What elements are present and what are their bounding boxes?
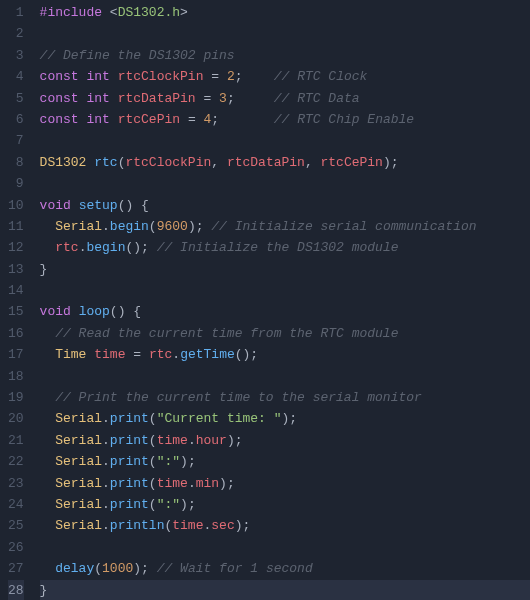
code-line[interactable] [40,537,530,558]
token-ident [219,69,227,84]
token-ident [40,219,56,234]
token-include-path: DS1302.h [118,5,180,20]
token-func: print [110,411,149,426]
token-var: time [172,518,203,533]
token-punct: , [305,155,321,170]
token-ident [71,198,79,213]
line-number: 23 [8,473,24,494]
token-punct: ( [149,497,157,512]
code-line[interactable]: void setup() { [40,195,530,216]
token-ident [40,411,56,426]
token-op: = [133,347,141,362]
code-editor[interactable]: 1234567891011121314151617181920212223242… [0,0,530,600]
line-number: 10 [8,195,24,216]
token-punct: . [102,454,110,469]
line-number: 1 [8,2,24,23]
token-func: delay [55,561,94,576]
code-line[interactable]: Serial.print(":"); [40,494,530,515]
token-func: begin [110,219,149,234]
token-func: getTime [180,347,235,362]
code-line[interactable] [40,280,530,301]
code-line[interactable]: const int rtcCePin = 4; // RTC Chip Enab… [40,109,530,130]
token-punct: . [102,411,110,426]
code-line[interactable]: rtc.begin(); // Initialize the DS1302 mo… [40,237,530,258]
token-punct: () { [118,198,149,213]
line-number: 24 [8,494,24,515]
code-line[interactable] [40,173,530,194]
code-line[interactable]: const int rtcClockPin = 2; // RTC Clock [40,66,530,87]
code-line[interactable]: Serial.print(time.hour); [40,430,530,451]
code-line[interactable]: Time time = rtc.getTime(); [40,344,530,365]
token-ident [40,454,56,469]
code-line[interactable]: // Define the DS1302 pins [40,45,530,66]
token-punct: ); [180,497,196,512]
token-punct: ; [227,91,235,106]
token-punct: . [102,219,110,234]
token-ident [40,433,56,448]
code-line[interactable]: Serial.begin(9600); // Initialize serial… [40,216,530,237]
line-number: 25 [8,515,24,536]
token-str: ":" [157,497,180,512]
token-comment: // Read the current time from the RTC mo… [55,326,398,341]
code-area[interactable]: #include <DS1302.h>// Define the DS1302 … [34,0,530,600]
code-line[interactable]: // Read the current time from the RTC mo… [40,323,530,344]
token-preproc: #include [40,5,102,20]
code-line[interactable]: delay(1000); // Wait for 1 second [40,558,530,579]
code-line[interactable]: Serial.print(":"); [40,451,530,472]
line-number: 16 [8,323,24,344]
token-ident [219,112,274,127]
token-punct: ); [282,411,298,426]
token-type: const int [40,91,110,106]
line-number: 28 [8,580,24,600]
token-num: 3 [219,91,227,106]
token-punct: ); [227,433,243,448]
code-line[interactable]: Serial.print(time.min); [40,473,530,494]
token-obj: Serial [55,411,102,426]
token-ident [243,69,274,84]
token-ident [211,91,219,106]
line-number: 3 [8,45,24,66]
code-line[interactable]: const int rtcDataPin = 3; // RTC Data [40,88,530,109]
token-obj: Serial [55,518,102,533]
code-line[interactable]: // Print the current time to the serial … [40,387,530,408]
token-punct: } [40,583,48,598]
token-func: print [110,476,149,491]
token-punct: ( [149,476,157,491]
line-number: 11 [8,216,24,237]
token-func: print [110,497,149,512]
token-var: rtcDataPin [227,155,305,170]
token-func: begin [86,240,125,255]
token-var: hour [196,433,227,448]
line-number: 5 [8,88,24,109]
code-line[interactable] [40,366,530,387]
token-comment: // Print the current time to the serial … [55,390,422,405]
token-comment: // RTC Chip Enable [274,112,414,127]
token-comment: // Wait for 1 second [157,561,313,576]
line-number: 14 [8,280,24,301]
token-punct: ( [149,411,157,426]
line-number: 19 [8,387,24,408]
token-punct: ); [180,454,196,469]
token-punct: . [102,476,110,491]
token-punct: ); [383,155,399,170]
token-func: setup [79,198,118,213]
token-num: 1000 [102,561,133,576]
code-line[interactable]: Serial.println(time.sec); [40,515,530,536]
token-ident [40,390,56,405]
code-line[interactable]: #include <DS1302.h> [40,2,530,23]
token-var: time [157,476,188,491]
token-obj: Serial [55,454,102,469]
token-punct: . [188,433,196,448]
token-comment: // RTC Clock [274,69,368,84]
token-punct: ( [94,561,102,576]
code-line[interactable] [40,130,530,151]
code-line[interactable]: } [40,259,530,280]
line-number: 12 [8,237,24,258]
code-line[interactable]: void loop() { [40,301,530,322]
token-type: void [40,198,71,213]
code-line[interactable]: DS1302 rtc(rtcClockPin, rtcDataPin, rtcC… [40,152,530,173]
token-var: rtcClockPin [125,155,211,170]
code-line[interactable]: Serial.print("Current time: "); [40,408,530,429]
code-line[interactable]: } [40,580,530,600]
code-line[interactable] [40,23,530,44]
